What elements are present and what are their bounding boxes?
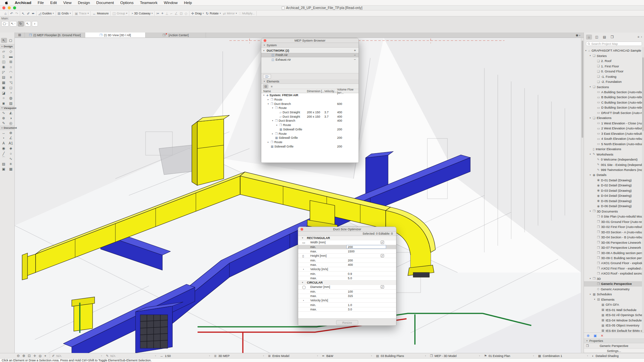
navigator-item-worksheets[interactable]: ▾✎Worksheets <box>584 152 644 157</box>
navigator-scrollbar[interactable] <box>642 47 644 333</box>
object-tool-icon[interactable]: ◉ <box>0 64 7 70</box>
min-value[interactable]: 0.9 <box>348 272 352 276</box>
marquee-tool[interactable]: ▢ <box>8 38 14 43</box>
max-row[interactable]: max.3.0 <box>298 307 396 312</box>
navigator-item-axo1-ground-floor-exploded-axonom[interactable]: ❒AXO1 Ground Floor - exploded axonom <box>584 260 644 265</box>
menu-edit[interactable]: Edit <box>50 1 57 5</box>
toolbox-section-document[interactable]: ▼Document <box>0 126 14 130</box>
morph-tool-icon[interactable]: ◪ <box>0 90 7 96</box>
drawing-tool-icon[interactable]: ▣ <box>0 167 7 172</box>
menu-window[interactable]: Window <box>164 1 178 5</box>
railing-tool-icon[interactable]: ◹ <box>7 80 15 85</box>
status-entire-model[interactable]: ⊞Entire Model› <box>266 354 320 358</box>
navigator-item-ies-04-window-schedule[interactable]: ▦IES-04 Window Schedule <box>584 317 644 322</box>
navigator-item-elements[interactable]: ▾▤Elements <box>584 297 644 302</box>
column-header[interactable]: Name <box>261 89 307 93</box>
navigator-item-gfa-gfa[interactable]: ▦GFA GFA <box>584 302 644 307</box>
arrow-select-button[interactable]: ↖› <box>10 21 17 26</box>
navigator-item-5-north-elevation-auto-rebuild-model-[interactable]: ▭5 North Elevation (Auto-rebuild Model) <box>584 141 644 146</box>
navigator-item-d-04-detail-drawing-[interactable]: ◉D-04 Detail (Drawing) <box>584 193 644 198</box>
min-value[interactable]: 1.0 <box>348 303 352 307</box>
navigator-item-ies-02-all-openings-schedule[interactable]: ▦IES-02 All Openings Schedule <box>584 312 644 317</box>
navigator-item-3d-09-c-building-section-perspective-[interactable]: ❒3D-09 C Building section perspective ( <box>584 255 644 260</box>
max-row[interactable]: max.315 <box>298 294 396 298</box>
status-combination-1[interactable]: ▦Combination 1› <box>536 354 590 358</box>
stair-tool-icon[interactable]: ≡ <box>7 75 15 80</box>
navigator-item-3d-07-perspective-linework-street-a[interactable]: ❒3D-07 Perspective Linework - street (A <box>584 245 644 250</box>
tree-view-button[interactable]: ⊟ <box>263 84 268 88</box>
trace-button[interactable]: ▣Trace▾ <box>74 11 89 15</box>
param-checkbox[interactable]: ✓ <box>381 285 384 289</box>
navigator-item-elevations[interactable]: ▾❏Elevations <box>584 115 644 120</box>
more-chevron-button[interactable]: › <box>32 21 38 26</box>
delete-viewpoint-icon[interactable]: ✕ <box>601 334 603 338</box>
element-row[interactable]: ▸❒Route <box>261 123 359 127</box>
element-row[interactable]: ▸❒Route <box>261 131 359 136</box>
remove-system-button[interactable]: − <box>354 58 356 61</box>
element-row[interactable]: ▦Sidewall Grille200 <box>261 127 359 132</box>
navigator-item-draft-draft-section-auto-rebuild-moc[interactable]: ▭DRAFT Draft Section (Auto-rebuild Moc <box>584 110 644 115</box>
navigator-item-d-building-section-auto-rebuild-model-[interactable]: ▭D Building Section (Auto-rebuild Model) <box>584 105 644 110</box>
fit-in-window-icon[interactable]: ⊡ <box>28 354 31 358</box>
expander-icon[interactable]: ▾ <box>590 174 593 176</box>
duct-tool-icon[interactable]: ○ <box>0 96 7 101</box>
navigator-item-1-west-elevation-close-auto-rebuild-m[interactable]: ▭1 West Elevation - Close (Auto-rebuild … <box>584 121 644 126</box>
expander-icon[interactable]: ▾ <box>263 94 266 97</box>
param-checkbox[interactable]: ✓ <box>381 254 384 257</box>
navigator-item-ies-bx-default-for-bimx-output[interactable]: ▦IES-BX Default for BIMx output <box>584 328 644 333</box>
status-03-building-plans[interactable]: ▤03 Building Plans› <box>374 354 428 358</box>
navigator-item--1-footing[interactable]: ❏-1. Footing <box>584 74 644 79</box>
add-system-button[interactable]: + <box>354 49 356 52</box>
min-value[interactable]: 100 <box>348 290 353 293</box>
navigator-item-d-01-detail-drawing-[interactable]: ◉D-01 Detail (Drawing) <box>584 178 644 183</box>
pan-icon[interactable]: ✛ <box>33 354 36 358</box>
element-row[interactable]: ▾❒Duct Branch400 <box>261 119 359 123</box>
label-tool-icon[interactable]: A1 <box>7 140 15 146</box>
arrow-tool[interactable]: ↖ <box>1 38 7 43</box>
project-map-tab[interactable]: ⌂ <box>586 35 592 40</box>
element-row[interactable]: ▦Sidewall Grille200 <box>261 144 359 148</box>
min-row[interactable]: min.200 <box>298 258 396 262</box>
settings-button[interactable]: Settings... <box>584 348 644 353</box>
status-1-50[interactable]: ↔1:50› <box>158 354 212 358</box>
navigator-item-details[interactable]: ▾◉Details <box>584 172 644 177</box>
tab-action-center[interactable]: ❒[Action Center] <box>146 33 206 38</box>
mirror-button[interactable]: ⇄Mirror▾ <box>223 11 237 15</box>
window-tool-icon[interactable]: ⊞ <box>7 59 15 64</box>
expander-icon[interactable]: ▾ <box>590 210 593 213</box>
navigator-item-001-site-existing-independent-[interactable]: ✎001 Site - Existing (Independent) <box>584 162 644 167</box>
navigator-item-0-welcome-independent-[interactable]: ✎0 Welcome (Independent) <box>584 157 644 162</box>
menu-options[interactable]: Options <box>120 1 134 5</box>
door-tool-icon[interactable]: ◫ <box>0 59 7 64</box>
expander-icon[interactable]: ▾ <box>590 293 593 296</box>
value-input[interactable]: 200 <box>346 245 386 249</box>
optimizer-section-circular[interactable]: ▼CIRCULAR <box>298 281 396 285</box>
system-section-header[interactable]: ▼ System <box>261 43 359 48</box>
curtain-wall-tool-icon[interactable]: ▦ <box>0 80 7 85</box>
select-arrow-button[interactable]: ↖ <box>22 11 25 15</box>
menu-archicad[interactable]: Archicad <box>15 1 31 5</box>
column-tool-icon[interactable]: ▯ <box>0 54 7 59</box>
interior-elevation-tool-icon[interactable]: ⊕ <box>0 115 7 121</box>
elevation-tool-icon[interactable]: ◭ <box>7 110 15 116</box>
element-row[interactable]: ▦Sidewall Grille200 <box>261 136 359 140</box>
apple-menu[interactable] <box>5 1 8 5</box>
lamp-tool-icon[interactable]: ☼ <box>7 64 15 70</box>
max-value[interactable]: 400 <box>348 263 353 266</box>
hotspot-tool-icon[interactable]: ◉ <box>0 146 7 151</box>
expander-icon[interactable]: ▾ <box>263 49 267 52</box>
navigator-item-3d-08-a-building-section-perspective-[interactable]: ❒3D-08 A Building section perspective ( <box>584 250 644 255</box>
intersect-button[interactable]: ∠ <box>174 11 177 15</box>
panel-close-button[interactable] <box>264 39 266 42</box>
resize-button[interactable]: ⊡ <box>180 11 183 15</box>
status-mep-3d-model[interactable]: ❒MEP - 3D Model› <box>428 354 482 358</box>
navigator-item-axo3-roof-exploded-axonometry-au[interactable]: ❒AXO3 Roof - exploded axonometry (Au <box>584 271 644 276</box>
expander-icon[interactable]: ▾ <box>594 298 597 301</box>
arc-tool-icon[interactable]: ⌒ <box>0 156 7 162</box>
open-viewpoint-icon[interactable]: ▣ <box>593 334 596 338</box>
navigator-item-d-05-detail-drawing-[interactable]: ◉D-05 Detail (Drawing) <box>584 198 644 203</box>
navigator-item-3d-02-first-floor-auto-rebuild-model-[interactable]: ❒3D-02 First Floor (Auto-rebuild Model) <box>584 224 644 229</box>
stretch-button[interactable]: ◇ <box>185 11 187 15</box>
zoom-in-icon[interactable]: ⊕ <box>22 354 25 358</box>
navigator-item-3d-03-section-a-auto-rebuild-model[interactable]: ❒3D-03 Section - A (Auto-rebuild Model <box>584 229 644 234</box>
